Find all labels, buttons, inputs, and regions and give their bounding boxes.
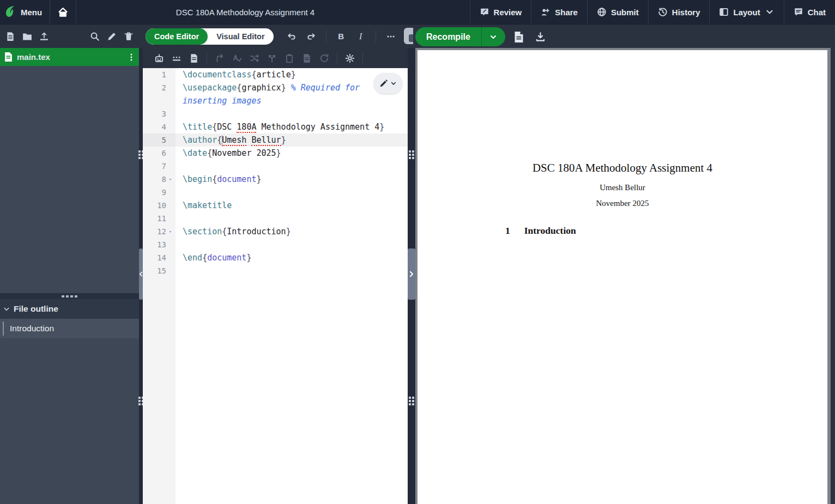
rename-icon[interactable] — [104, 28, 120, 45]
action-label: Submit — [611, 8, 639, 17]
code-line[interactable]: 3 — [143, 107, 408, 120]
misspelled-word: Umesh — [222, 135, 246, 146]
code-line[interactable]: 10\maketitle — [143, 199, 408, 212]
code-line[interactable]: 1\documentclass{article} — [143, 68, 408, 81]
pdf-preview-panel: DSC 180A Methodology Assignment 4 Umesh … — [415, 48, 835, 504]
code-line[interactable]: 9 — [143, 186, 408, 199]
menu-label: Menu — [21, 8, 42, 17]
upload-icon[interactable] — [36, 28, 52, 45]
action-label: Chat — [808, 8, 826, 17]
delete-icon[interactable] — [120, 28, 137, 45]
overflow-menu-icon[interactable] — [383, 28, 399, 45]
review-button[interactable]: Review — [470, 0, 531, 24]
ai-assistant-icon[interactable] — [152, 51, 167, 66]
download-pdf-icon[interactable] — [533, 29, 549, 45]
code-line[interactable]: 12▾\section{Introduction} — [143, 225, 408, 238]
code-area[interactable]: 1\documentclass{article}2\usepackage{gra… — [143, 68, 408, 504]
pdf-author: Umesh Bellur — [418, 183, 827, 192]
paste-icon[interactable] — [282, 51, 297, 66]
editor-toolbar — [143, 48, 408, 68]
outline-resize-handle[interactable] — [0, 293, 139, 299]
submit-button[interactable]: Submit — [587, 0, 648, 24]
code-editor-tab[interactable]: Code Editor — [146, 28, 208, 45]
review-icon — [480, 7, 489, 17]
document-icon[interactable] — [299, 51, 314, 66]
pdf-date: November 2025 — [418, 199, 827, 208]
sync-icon[interactable] — [317, 51, 332, 66]
chevron-down-icon — [3, 306, 10, 312]
code-line[interactable]: 6\date{November 2025} — [143, 147, 408, 160]
layout-button[interactable]: Layout — [709, 0, 783, 24]
outline-item-introduction[interactable]: Introduction — [0, 319, 139, 338]
fold-arrow-icon[interactable]: ▾ — [166, 173, 174, 186]
clipped-toolbar-icon[interactable] — [404, 28, 413, 44]
compile-logs-icon[interactable] — [511, 29, 527, 45]
file-tree-empty-area[interactable] — [0, 66, 139, 293]
code-line[interactable]: 5\author{Umesh Bellur} — [143, 133, 408, 147]
code-line[interactable]: 7 — [143, 160, 408, 173]
history-button[interactable]: History — [648, 0, 710, 24]
file-tree-toolbar — [0, 28, 137, 45]
editor-pdf-resizer[interactable] — [408, 48, 415, 504]
menu-button[interactable]: Menu — [0, 0, 50, 24]
word-count-icon[interactable] — [169, 51, 184, 66]
file-menu-kebab-icon[interactable] — [127, 53, 136, 62]
pdf-document-title: DSC 180A Methodology Assignment 4 — [418, 161, 827, 175]
file-item-main-tex[interactable]: main.tex — [0, 48, 139, 66]
indent-icon[interactable] — [212, 51, 227, 66]
action-label: Layout — [733, 8, 760, 17]
recompile-button[interactable]: Recompile — [415, 27, 481, 46]
misspelled-word: 180A — [237, 122, 256, 133]
new-folder-icon[interactable] — [19, 28, 35, 45]
code-line[interactable]: 14\end{document} — [143, 251, 408, 264]
code-line[interactable]: 4\title{DSC 180A Methodology Assignment … — [143, 120, 408, 133]
code-text — [176, 238, 408, 251]
code-text: \author{Umesh Bellur} — [176, 133, 408, 147]
new-file-icon[interactable] — [2, 28, 19, 45]
code-line[interactable]: 13 — [143, 238, 408, 251]
left-panel-resizer[interactable] — [139, 48, 143, 504]
line-number: 13 — [143, 238, 176, 251]
code-line[interactable]: inserting images — [143, 94, 408, 107]
redo-icon[interactable] — [303, 28, 319, 45]
recompile-options-button[interactable] — [481, 27, 505, 46]
line-number: 4 — [143, 120, 176, 133]
code-line[interactable]: 8▾\begin{document} — [143, 173, 408, 186]
outline-list: Introduction — [0, 319, 139, 338]
code-line[interactable]: 11 — [143, 212, 408, 225]
search-icon[interactable] — [87, 28, 103, 45]
collapse-file-tree-button[interactable] — [139, 248, 143, 300]
compile-controls: Recompile — [415, 27, 549, 46]
file-tree-panel: main.tex File outline Introduction — [0, 48, 139, 504]
pdf-scrollbar[interactable] — [831, 48, 835, 504]
fold-arrow-icon[interactable]: ▾ — [166, 225, 174, 238]
expand-pdf-button[interactable] — [408, 248, 415, 300]
share-button[interactable]: Share — [531, 0, 587, 24]
bold-button[interactable]: B — [333, 28, 349, 45]
code-line[interactable]: 2\usepackage{graphicx} % Required for — [143, 81, 408, 94]
shuffle-icon[interactable] — [247, 51, 262, 66]
chat-button[interactable]: Chat — [784, 0, 835, 24]
editing-mode-pill[interactable] — [374, 73, 402, 94]
spellcheck-language-icon[interactable] — [229, 51, 245, 66]
undo-icon[interactable] — [283, 28, 300, 45]
divider — [337, 52, 337, 64]
drag-handle[interactable] — [409, 150, 414, 159]
line-number: 10 — [143, 199, 176, 212]
overleaf-logo-icon — [4, 5, 16, 19]
drag-handle[interactable] — [409, 397, 414, 405]
top-bar: Menu DSC 180A Methodology Assignment 4 R… — [0, 0, 835, 24]
symbol-palette-icon[interactable] — [186, 51, 202, 66]
settings-gear-icon[interactable] — [342, 51, 358, 66]
pdf-page: DSC 180A Methodology Assignment 4 Umesh … — [418, 50, 827, 504]
code-lines: 1\documentclass{article}2\usepackage{gra… — [143, 68, 408, 277]
home-button[interactable] — [50, 0, 76, 24]
file-outline-header[interactable]: File outline — [0, 299, 139, 319]
action-label: History — [672, 8, 700, 17]
line-number: 2 — [143, 81, 176, 94]
visual-editor-tab[interactable]: Visual Editor — [208, 32, 273, 41]
italic-button[interactable]: I — [353, 28, 369, 45]
format-toolbar: B I — [283, 28, 399, 45]
code-line[interactable]: 15 — [143, 264, 408, 277]
split-view-icon[interactable] — [264, 51, 280, 66]
